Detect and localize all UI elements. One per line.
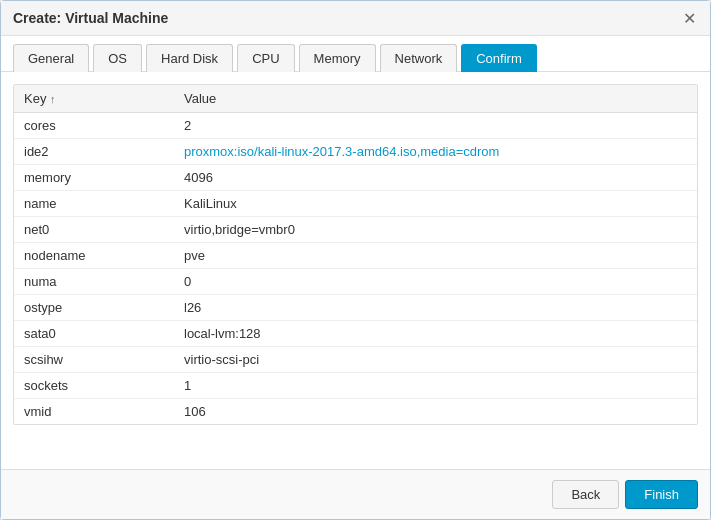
tab-os[interactable]: OS — [93, 44, 142, 72]
row-key: ide2 — [14, 139, 174, 165]
table-row: cores2 — [14, 113, 697, 139]
table-row: vmid106 — [14, 399, 697, 425]
sort-arrow-icon: ↑ — [50, 93, 56, 105]
row-value: virtio,bridge=vmbr0 — [174, 217, 697, 243]
tab-confirm[interactable]: Confirm — [461, 44, 537, 72]
row-key: sockets — [14, 373, 174, 399]
row-value: l26 — [174, 295, 697, 321]
table-row: numa0 — [14, 269, 697, 295]
row-value: 1 — [174, 373, 697, 399]
row-value: virtio-scsi-pci — [174, 347, 697, 373]
dialog-footer: Back Finish — [1, 469, 710, 519]
config-table: Key ↑ Value cores2ide2proxmox:iso/kali-l… — [14, 85, 697, 424]
row-key: memory — [14, 165, 174, 191]
table-row: memory4096 — [14, 165, 697, 191]
row-value: 106 — [174, 399, 697, 425]
row-key: name — [14, 191, 174, 217]
dialog-title: Create: Virtual Machine — [13, 10, 168, 26]
table-row: ide2proxmox:iso/kali-linux-2017.3-amd64.… — [14, 139, 697, 165]
row-key: cores — [14, 113, 174, 139]
config-table-container: Key ↑ Value cores2ide2proxmox:iso/kali-l… — [13, 84, 698, 425]
close-button[interactable]: ✕ — [680, 9, 698, 27]
row-key: net0 — [14, 217, 174, 243]
tab-memory[interactable]: Memory — [299, 44, 376, 72]
key-column-header: Key ↑ — [14, 85, 174, 113]
create-vm-dialog: Create: Virtual Machine ✕ GeneralOSHard … — [0, 0, 711, 520]
row-value: 4096 — [174, 165, 697, 191]
row-value: local-lvm:128 — [174, 321, 697, 347]
row-key: nodename — [14, 243, 174, 269]
row-key: numa — [14, 269, 174, 295]
confirm-content: Key ↑ Value cores2ide2proxmox:iso/kali-l… — [1, 72, 710, 469]
row-value-link[interactable]: proxmox:iso/kali-linux-2017.3-amd64.iso,… — [184, 144, 499, 159]
finish-button[interactable]: Finish — [625, 480, 698, 509]
row-value: KaliLinux — [174, 191, 697, 217]
tab-bar: GeneralOSHard DiskCPUMemoryNetworkConfir… — [1, 36, 710, 72]
row-key: scsihw — [14, 347, 174, 373]
table-row: net0virtio,bridge=vmbr0 — [14, 217, 697, 243]
tab-cpu[interactable]: CPU — [237, 44, 294, 72]
tab-network[interactable]: Network — [380, 44, 458, 72]
tab-general[interactable]: General — [13, 44, 89, 72]
table-row: nodenamepve — [14, 243, 697, 269]
row-key: vmid — [14, 399, 174, 425]
table-row: sata0local-lvm:128 — [14, 321, 697, 347]
tab-harddisk[interactable]: Hard Disk — [146, 44, 233, 72]
row-value: proxmox:iso/kali-linux-2017.3-amd64.iso,… — [174, 139, 697, 165]
value-column-header: Value — [174, 85, 697, 113]
row-value: 0 — [174, 269, 697, 295]
row-key: ostype — [14, 295, 174, 321]
row-value: 2 — [174, 113, 697, 139]
table-row: nameKaliLinux — [14, 191, 697, 217]
table-row: ostypel26 — [14, 295, 697, 321]
table-row: sockets1 — [14, 373, 697, 399]
row-key: sata0 — [14, 321, 174, 347]
back-button[interactable]: Back — [552, 480, 619, 509]
row-value: pve — [174, 243, 697, 269]
table-row: scsihwvirtio-scsi-pci — [14, 347, 697, 373]
dialog-header: Create: Virtual Machine ✕ — [1, 1, 710, 36]
